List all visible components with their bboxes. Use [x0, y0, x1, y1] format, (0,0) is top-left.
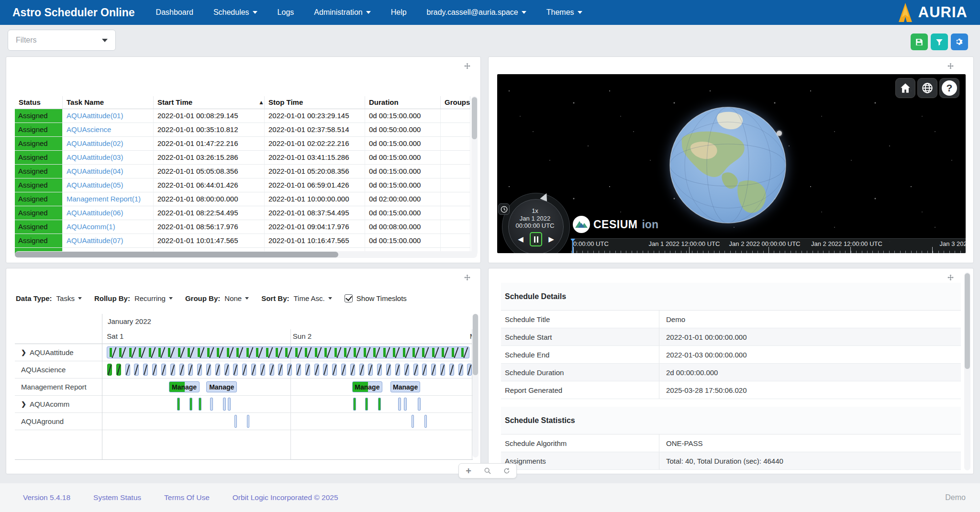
timeslot[interactable] [350, 364, 355, 376]
timeslot[interactable] [449, 364, 454, 376]
table-row[interactable]: AssignedAQUAattitude(06)2022-01-01 08:22… [15, 206, 470, 220]
task-link[interactable]: AQUAattitude(04) [63, 165, 154, 178]
task-link[interactable]: AQUAcomm(1) [63, 220, 154, 234]
timeslot[interactable] [287, 364, 292, 376]
column-header-groups[interactable]: Groups [441, 96, 470, 109]
task-pin[interactable] [365, 398, 368, 411]
table-row[interactable]: AssignedAQUAattitude(02)2022-01-01 01:47… [15, 137, 470, 151]
filter-button[interactable] [931, 33, 948, 50]
timeslot[interactable] [170, 364, 175, 376]
zoom-reset-button[interactable] [501, 465, 513, 477]
task-pin[interactable] [228, 398, 231, 411]
task-pin[interactable] [424, 415, 427, 428]
timeslot[interactable] [296, 364, 301, 376]
task-pin[interactable] [177, 398, 180, 411]
task-link[interactable]: AQUAattitude(01) [63, 109, 154, 122]
timeslot[interactable] [197, 364, 202, 376]
control-select[interactable]: None [224, 294, 249, 302]
table-row[interactable]: AssignedAQUAcomm(1)2022-01-01 08:56:17.9… [15, 220, 470, 234]
timeslot[interactable] [386, 364, 391, 376]
column-header-stop-time[interactable]: Stop Time [265, 96, 365, 109]
gantt-rollup-band[interactable] [107, 346, 469, 358]
control-select[interactable]: Tasks [56, 294, 82, 302]
task-pin[interactable] [404, 398, 407, 411]
nav-item-logs[interactable]: Logs [278, 8, 294, 17]
play-button[interactable]: ▶ [545, 232, 557, 246]
timeslot[interactable] [215, 364, 220, 376]
timeslot[interactable] [431, 364, 436, 376]
table-row[interactable]: AssignedAQUAattitude(04)2022-01-01 05:05… [15, 165, 470, 178]
timeslot[interactable] [341, 364, 346, 376]
task-pin[interactable] [412, 415, 414, 428]
table-row[interactable]: AssignedAQUAattitude(05)2022-01-01 06:44… [15, 178, 470, 192]
timeslot[interactable] [188, 364, 193, 376]
task-pin[interactable] [418, 398, 421, 411]
timeslot[interactable] [377, 364, 382, 376]
column-header-status[interactable]: Status [15, 96, 63, 109]
timeslot[interactable] [134, 364, 139, 376]
timeslot[interactable] [368, 364, 373, 376]
footer-link-system-status[interactable]: System Status [93, 493, 141, 502]
column-header-duration[interactable]: Duration [365, 96, 441, 109]
task-link[interactable]: Management Report(1) [63, 192, 154, 206]
timeslot[interactable] [359, 364, 364, 376]
zoom-search-button[interactable] [481, 465, 494, 477]
gantt-row-label[interactable]: ❯AQUAattitude [15, 344, 102, 361]
column-header-start-time[interactable]: Start Time▲ [154, 96, 265, 109]
task-pin[interactable] [234, 415, 237, 428]
timeslot[interactable] [395, 364, 400, 376]
table-horizontal-scrollbar[interactable] [15, 251, 477, 258]
nav-item-dashboard[interactable]: Dashboard [156, 8, 193, 17]
timeslot[interactable] [152, 364, 157, 376]
control-select[interactable]: Time Asc. [294, 294, 332, 302]
task-pin[interactable] [378, 398, 381, 411]
table-row[interactable]: AssignedAQUAattitude(01)2022-01-01 00:08… [15, 109, 470, 123]
task-bar[interactable]: Manage [206, 381, 236, 392]
task-link[interactable]: AQUAscience [63, 123, 154, 136]
task-link[interactable]: AQUAattitude(03) [63, 151, 154, 164]
cesium-viewer[interactable]: ? 1x Jan 1 2022 00:00:00 UTC ◀ ▶ [497, 74, 966, 253]
task-link[interactable]: AQUAattitude(06) [63, 206, 154, 220]
chevron-right-icon[interactable]: ❯ [21, 401, 26, 408]
task-pin[interactable] [199, 398, 201, 411]
earth-globe[interactable] [669, 107, 786, 223]
timeslot[interactable] [233, 364, 238, 376]
chevron-right-icon[interactable]: ❯ [21, 349, 26, 356]
home-view-button[interactable] [895, 78, 915, 98]
timeslot[interactable] [413, 364, 418, 376]
task-link[interactable]: AQUAattitude(02) [63, 137, 154, 150]
details-vertical-scrollbar[interactable] [964, 272, 970, 470]
table-row[interactable]: AssignedAQUAattitude(07)2022-01-01 10:01… [15, 234, 470, 248]
task-bar[interactable]: Manage [169, 381, 199, 392]
task-bar[interactable]: Manage [390, 381, 420, 392]
timeslot[interactable] [278, 364, 283, 376]
timeslot[interactable] [242, 364, 247, 376]
nav-item-help[interactable]: Help [391, 8, 407, 17]
timeslot[interactable] [440, 364, 445, 376]
timeslot[interactable] [422, 364, 427, 376]
task-pin[interactable] [223, 398, 226, 411]
pause-button[interactable] [530, 232, 542, 246]
task-pin[interactable] [398, 398, 401, 411]
table-row[interactable]: AssignedManagement Report(1)2022-01-01 0… [15, 192, 470, 206]
step-back-button[interactable]: ◀ [514, 232, 527, 246]
help-button[interactable]: ? [939, 78, 959, 98]
move-icon[interactable] [464, 63, 471, 72]
zoom-in-button[interactable]: + [462, 465, 475, 477]
timeslot[interactable] [125, 364, 130, 376]
footer-link-terms-of-use[interactable]: Terms Of Use [164, 493, 210, 502]
timeslot[interactable] [206, 364, 211, 376]
move-icon[interactable] [464, 274, 471, 283]
nav-item-brady-cassell-auria-space[interactable]: brady.cassell@auria.space [427, 8, 526, 17]
column-header-task-name[interactable]: Task Name [63, 96, 154, 109]
timeslot[interactable] [179, 364, 184, 376]
gantt-row-label[interactable]: ❯AQUAcomm [15, 396, 102, 413]
move-icon[interactable] [947, 63, 954, 72]
nav-item-schedules[interactable]: Schedules [213, 8, 257, 17]
timeslot[interactable] [332, 364, 337, 376]
timeslot[interactable] [305, 364, 310, 376]
timeslot[interactable] [314, 364, 319, 376]
cesium-timeline[interactable]: 0:00:00 UTCJan 1 2022 12:00:00 UTCJan 2 … [571, 238, 966, 253]
timeslot[interactable] [458, 364, 463, 376]
task-pin[interactable] [210, 398, 213, 411]
